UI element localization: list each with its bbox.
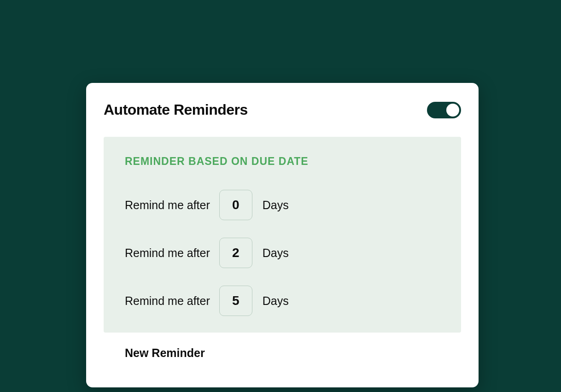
- reminder-label-before: Remind me after: [125, 294, 210, 308]
- reminder-label-after: Days: [263, 294, 289, 308]
- reminder-label-before: Remind me after: [125, 246, 210, 260]
- reminder-days-input[interactable]: [219, 286, 252, 316]
- reminder-row: Remind me after Days: [125, 238, 440, 268]
- new-reminder-button[interactable]: New Reminder: [125, 346, 205, 360]
- card-title: Automate Reminders: [104, 101, 248, 118]
- reminder-days-input[interactable]: [219, 190, 252, 220]
- reminder-label-after: Days: [263, 246, 289, 260]
- section-title: REMINDER BASED ON DUE DATE: [125, 155, 440, 168]
- reminder-days-input[interactable]: [219, 238, 252, 268]
- reminder-label-after: Days: [263, 199, 289, 212]
- toggle-knob: [446, 104, 459, 117]
- reminder-section: REMINDER BASED ON DUE DATE Remind me aft…: [104, 137, 461, 333]
- automate-reminders-toggle[interactable]: [427, 102, 461, 118]
- reminder-row: Remind me after Days: [125, 190, 440, 220]
- automate-reminders-card: Automate Reminders REMINDER BASED ON DUE…: [86, 83, 479, 387]
- card-header: Automate Reminders: [104, 101, 461, 118]
- reminder-row: Remind me after Days: [125, 286, 440, 316]
- reminder-label-before: Remind me after: [125, 199, 210, 212]
